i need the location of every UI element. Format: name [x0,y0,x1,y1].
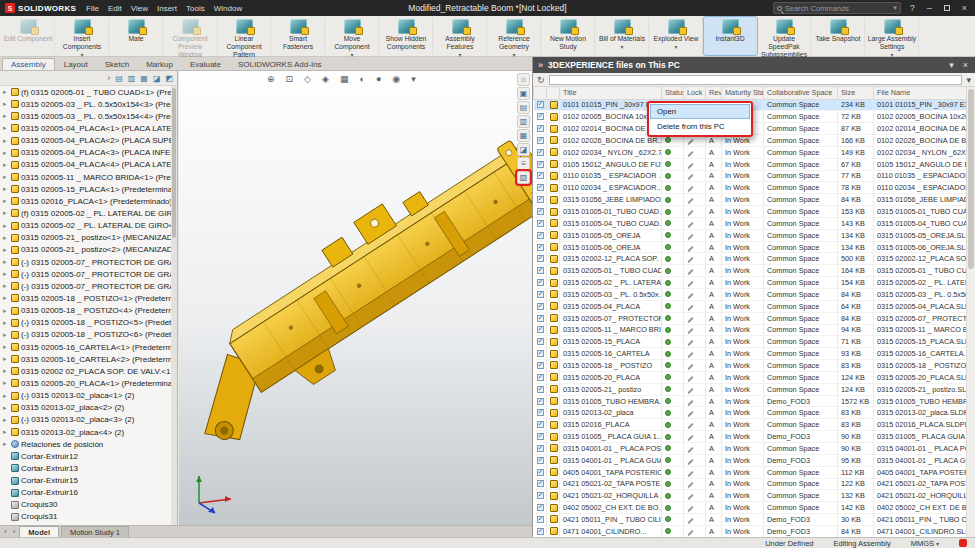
file-row[interactable]: 0315 02002-12_PLACA SOP. ... A In Work C… [534,253,967,265]
feature-tree-item[interactable]: ▸ 0315 02005-03 _ PL. 0.5x50x154<3> (Pre… [0,98,171,110]
scrollbar-thumb[interactable] [172,88,176,238]
feature-tree-item[interactable]: ▸ Cortar-Extruir16 [0,487,171,499]
file-row[interactable]: 0315 02005-11 _ MARCO BRID... A In Work … [534,324,967,336]
expand-arrow-icon[interactable]: ▸ [3,343,9,351]
refresh-icon[interactable]: ↻ [537,75,545,85]
row-checkbox[interactable] [537,232,544,239]
row-checkbox[interactable] [537,184,544,191]
expand-arrow-icon[interactable]: ▸ [3,88,9,96]
configurationmanager-icon[interactable]: ▦ [140,74,148,83]
ribbon-button[interactable]: Bill of Materials ▾ [596,17,649,55]
file-row[interactable]: 0421 05011_PIN _ TUBO CILIN... A In Work… [534,514,967,526]
feature-tree-item[interactable]: ▸ 0315 02013-02_placa<4> (2) [0,426,171,438]
column-header[interactable]: Maturity State [722,87,764,99]
feature-tree-item[interactable]: ▸ 0315 02005-04_PLACA<2> (PLACA SUPERIOR… [0,135,171,147]
file-row[interactable]: 0315 02005-21_ postizo A In Work Common … [534,383,967,395]
file-row[interactable]: 0315 02005-03 _ PL. 0.5x50x... A In Work… [534,289,967,301]
feature-tree-item[interactable]: ▸ 0315 02005-21_ postizo<2> (MECANIZADO) [0,244,171,256]
displaymanager-icon[interactable]: ◩ [165,74,173,83]
command-tab[interactable]: Sketch [97,59,137,70]
zoom-fit-icon[interactable]: ⊕ [267,74,275,84]
design-library-icon[interactable]: ▤ [517,101,530,114]
row-checkbox[interactable] [537,125,544,132]
ribbon-button[interactable]: Move Component ▾ [326,17,379,55]
feature-tree-item[interactable]: ▸ 0315 02005-04_PLACA<1> (PLACA LATERAL) [0,122,171,134]
column-header[interactable]: File Name [874,87,967,99]
column-header[interactable]: Collaborative Space [764,87,838,99]
feature-tree-item[interactable]: ▸ Croquis30 [0,499,171,511]
feature-tree-item[interactable]: ▸ 0315 02005-16_CARTELA<1> (Predetermina… [0,341,171,353]
feature-tree-item[interactable]: ▸ (-) 0315 02013-02_placa<1> (2) [0,390,171,402]
search-dropdown-icon[interactable]: ▾ [893,4,897,12]
minimize-button[interactable]: – [924,4,935,13]
feature-tree-item[interactable]: ▸ (-) 0315 02005-18 _ POSTIZO<6> (Predet… [0,329,171,341]
close-button[interactable]: × [959,4,970,13]
ribbon-button[interactable]: New Motion Study ▾ [542,17,595,55]
row-checkbox[interactable] [537,149,544,156]
expand-arrow-icon[interactable]: ▸ [3,149,9,157]
expand-arrow-icon[interactable]: ▸ [3,100,9,108]
row-checkbox[interactable] [537,457,544,464]
file-row[interactable]: 0110 01035 _ ESPACIADOR ... A In Work Co… [534,170,967,182]
row-checkbox[interactable] [537,161,544,168]
file-row[interactable]: 0315 01005-04_TUBO CUAD... A In Work Com… [534,217,967,229]
expand-arrow-icon[interactable]: ▸ [3,270,9,278]
column-header[interactable] [534,87,547,99]
file-row[interactable]: 0315 01005_TUBO HEMBRA... A In Work Demo… [534,395,967,407]
expand-arrow-icon[interactable]: ▸ [3,367,9,375]
expand-arrow-icon[interactable]: ▸ [3,173,9,181]
row-checkbox[interactable] [537,386,544,393]
feature-tree-item[interactable]: ▸ 0315 02005-03 _ PL. 0.5x50x154<4> (Pre… [0,110,171,122]
row-checkbox[interactable] [537,480,544,487]
row-checkbox[interactable] [537,528,544,535]
file-row[interactable]: 0315 01005-06_OREJA A In Work Common Spa… [534,241,967,253]
feature-tree-item[interactable]: ▸ 0315 02002 02_PLACA SOP. DE VALV.<1> (… [0,365,171,377]
feature-tree-item[interactable]: ▸ (f) 0315 02005-02 _ PL. LATERAL DE GIR… [0,207,171,219]
row-checkbox[interactable] [537,208,544,215]
file-row[interactable]: 0315 04001-01 _ PLACA GUIA... A In Work … [534,454,967,466]
row-checkbox[interactable] [537,445,544,452]
panel-scrollbar[interactable] [966,87,975,537]
row-checkbox[interactable] [537,362,544,369]
feature-tree-item[interactable]: ▸ Relaciones de posición [0,438,171,450]
expand-arrow-icon[interactable]: ▸ [3,112,9,120]
tab-scroll-right-icon[interactable]: › [11,527,18,536]
row-checkbox[interactable] [537,516,544,523]
ribbon-button[interactable]: Linear Component Pattern ▾ [218,17,271,55]
menu-item[interactable]: Edit [104,3,126,14]
3dexperience-files-icon[interactable]: ▧ [517,171,530,184]
feature-tree-item[interactable]: ▸ 0315 02005-11 _ MARCO BRIDA<1> (Predet… [0,171,171,183]
hide-show-items-icon[interactable]: ● [376,74,381,84]
feature-tree-item[interactable]: ▸ 0315 02016_PLACA<1> (Predeterminado) [0,195,171,207]
row-checkbox[interactable] [537,374,544,381]
ribbon-button[interactable]: Reference Geometry ▾ [488,17,541,55]
row-checkbox[interactable] [537,398,544,405]
document-tab[interactable]: Motion Study 1 [61,526,129,537]
row-checkbox[interactable] [537,267,544,274]
file-row[interactable]: 0315 01005-01_TUBO CUAD... A In Work Com… [534,206,967,218]
feature-tree-item[interactable]: ▸ 0315 02005-21_ postizo<1> (MECANIZADO) [0,232,171,244]
file-row[interactable]: 0315 02005-04_PLACA A In Work Common Spa… [534,300,967,312]
row-checkbox[interactable] [537,409,544,416]
feature-tree-item[interactable]: ▸ Cortar-Extruir15 [0,475,171,487]
feature-tree-item[interactable]: ▸ 0315 02013-02_placa<2> (2) [0,402,171,414]
file-row[interactable]: 0315 02005-02 _ PL. LATERAL... A In Work… [534,277,967,289]
column-header[interactable]: Status [662,87,684,99]
expand-arrow-icon[interactable]: ▸ [3,294,9,302]
row-checkbox[interactable] [537,113,544,120]
expand-arrow-icon[interactable]: ▸ [3,307,9,315]
menu-item[interactable]: Window [210,3,246,14]
feature-tree-item[interactable]: ▸ Cortar-Extruir12 [0,450,171,462]
feature-tree-item[interactable]: ▸ (-) 0315 02005-18 _ POSTIZO<5> (Predet… [0,317,171,329]
expand-arrow-icon[interactable]: ▸ [3,331,9,339]
feature-tree-item[interactable]: ▸ (f) 0315 02005-01 _ TUBO CUAD<1> (Pred… [0,86,171,98]
expand-arrow-icon[interactable]: ▸ [3,392,9,400]
expand-arrow-icon[interactable]: ▸ [3,209,9,217]
view-settings-caret-icon[interactable]: ▾ [411,74,416,84]
panel-options-icon[interactable]: ▾ [947,60,956,70]
file-row[interactable]: 0315 01005_ PLACA GUIA 1... A In Work De… [534,431,967,443]
appearances-scenes-icon[interactable]: ◪ [517,143,530,156]
feature-tree-item[interactable]: ▸ 0315 02005-20_PLACA<1> (Predeterminado… [0,377,171,389]
expand-arrow-icon[interactable]: ▸ [3,246,9,254]
display-style-icon[interactable]: ◐ [359,74,364,84]
